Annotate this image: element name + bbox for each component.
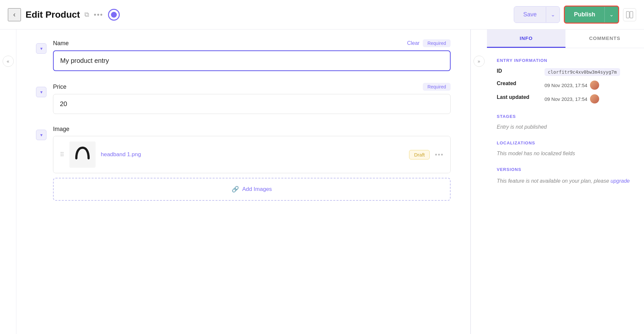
price-field-section: ▾ Price Required — [36, 83, 451, 114]
tab-info[interactable]: INFO — [487, 29, 565, 48]
stages-section: STAGES Entry is not published — [497, 114, 634, 130]
created-avatar — [590, 81, 599, 90]
price-field-label: Price — [53, 84, 66, 90]
updated-row: Last updated 09 Nov 2023, 17:54 — [497, 94, 634, 103]
versions-title: VERSIONS — [497, 167, 634, 172]
more-options-icon[interactable]: ••• — [94, 10, 103, 19]
price-field-content: Price Required — [53, 83, 451, 114]
name-clear-link[interactable]: Clear — [407, 40, 420, 46]
price-required-badge: Required — [423, 83, 451, 91]
main-container: « ▾ Name Clear Required ▾ — [0, 29, 644, 334]
header-right: Save ⌄ Publish ⌄ — [514, 6, 636, 24]
localizations-title: LOCALIZATIONS — [497, 140, 634, 145]
upgrade-link[interactable]: upgrade — [611, 178, 630, 184]
price-field-actions: Required — [423, 83, 451, 91]
svg-rect-1 — [630, 11, 633, 18]
name-field-actions: Clear Required — [407, 39, 451, 47]
name-field-section: ▾ Name Clear Required — [36, 39, 451, 71]
updated-value: 09 Nov 2023, 17:54 — [545, 96, 587, 102]
drag-handle-icon[interactable]: ⠿ — [60, 151, 64, 158]
name-required-badge: Required — [423, 39, 451, 47]
publish-chevron-button[interactable]: ⌄ — [604, 7, 618, 22]
right-sidebar: INFO COMMENTS ENTRY INFORMATION ID clorf… — [487, 29, 644, 334]
image-filename[interactable]: headband 1.png — [101, 151, 404, 158]
entry-info-title: ENTRY INFORMATION — [497, 58, 634, 63]
image-field-content: Image ⠿ headband 1.png Draft ••• — [53, 126, 451, 201]
price-collapse-button[interactable]: ▾ — [36, 87, 46, 97]
image-field-label: Image — [53, 126, 69, 133]
image-item-more-button[interactable]: ••• — [435, 151, 444, 158]
expand-right-button[interactable]: » — [474, 56, 485, 67]
collapse-left-button[interactable]: « — [3, 56, 14, 67]
image-field-header: Image — [53, 126, 451, 133]
add-images-label: Add Images — [242, 186, 272, 193]
content-area: ▾ Name Clear Required ▾ Price Re — [16, 29, 471, 334]
created-value: 09 Nov 2023, 17:54 — [545, 83, 587, 88]
left-panel-toggle: « — [0, 29, 16, 334]
image-list: ⠿ headband 1.png Draft ••• — [53, 136, 451, 173]
id-label: ID — [497, 68, 539, 74]
name-field-label: Name — [53, 40, 69, 47]
stages-status: Entry is not published — [497, 124, 547, 130]
id-row: ID clorfitr9c4xv0bw3m4syyg7m — [497, 68, 634, 76]
image-thumbnail — [69, 141, 96, 168]
updated-value-group: 09 Nov 2023, 17:54 — [545, 94, 599, 103]
image-collapse-button[interactable]: ▾ — [36, 130, 46, 140]
save-button[interactable]: Save — [514, 7, 546, 23]
created-label: Created — [497, 81, 539, 86]
header: ‹ Edit Product ⧉ ••• Save ⌄ Publish ⌄ — [0, 0, 644, 29]
localizations-status: This model has no localized fields — [497, 151, 575, 156]
right-panel-wrapper: » INFO COMMENTS ENTRY INFORMATION ID clo… — [471, 29, 644, 334]
save-chevron-button[interactable]: ⌄ — [546, 7, 560, 22]
id-value: clorfitr9c4xv0bw3m4syyg7m — [545, 68, 620, 76]
price-input[interactable] — [53, 94, 451, 114]
publish-button[interactable]: Publish — [565, 7, 604, 23]
status-circle-inner — [111, 12, 117, 18]
localizations-section: LOCALIZATIONS This model has no localize… — [497, 140, 634, 157]
versions-status: This feature is not available on your pl… — [497, 178, 630, 184]
save-button-group: Save ⌄ — [514, 6, 560, 23]
updated-label: Last updated — [497, 94, 539, 100]
name-input[interactable] — [53, 50, 451, 71]
versions-section: VERSIONS This feature is not available o… — [497, 167, 634, 185]
entry-info-section: ENTRY INFORMATION ID clorfitr9c4xv0bw3m4… — [497, 58, 634, 103]
add-images-button[interactable]: 🔗 Add Images — [53, 178, 451, 201]
updated-avatar — [590, 94, 599, 103]
created-value-group: 09 Nov 2023, 17:54 — [545, 81, 599, 90]
price-field-header: Price Required — [53, 83, 451, 91]
name-field-content: Name Clear Required — [53, 39, 451, 71]
layout-toggle-icon[interactable] — [623, 8, 636, 21]
right-panel-toggle: » — [471, 29, 487, 334]
sidebar-content: ENTRY INFORMATION ID clorfitr9c4xv0bw3m4… — [487, 48, 644, 334]
tab-comments[interactable]: COMMENTS — [565, 29, 644, 48]
link-icon: 🔗 — [232, 186, 239, 193]
publish-button-group: Publish ⌄ — [564, 6, 619, 24]
name-field-header: Name Clear Required — [53, 39, 451, 47]
copy-icon[interactable]: ⧉ — [84, 11, 89, 18]
page-title: Edit Product — [26, 9, 80, 20]
image-field-section: ▾ Image ⠿ headband 1.png — [36, 126, 451, 201]
image-item: ⠿ headband 1.png Draft ••• — [53, 136, 450, 173]
name-collapse-button[interactable]: ▾ — [36, 43, 46, 54]
created-row: Created 09 Nov 2023, 17:54 — [497, 81, 634, 90]
image-draft-badge: Draft — [409, 150, 430, 159]
back-button[interactable]: ‹ — [8, 8, 21, 21]
svg-rect-0 — [626, 11, 629, 18]
stages-title: STAGES — [497, 114, 634, 119]
sidebar-tabs: INFO COMMENTS — [487, 29, 644, 48]
status-indicator[interactable] — [108, 9, 120, 21]
header-left: ‹ Edit Product ⧉ ••• — [8, 8, 514, 21]
